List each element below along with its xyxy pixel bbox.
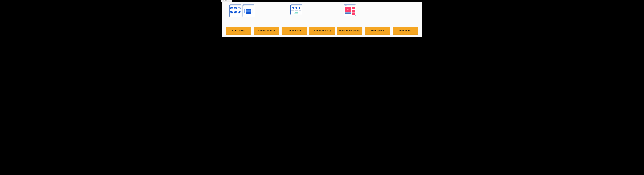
wireframe-videos[interactable]: VIDEOS: [344, 4, 356, 16]
user-avatar-icon: [238, 10, 240, 13]
video-thumb-icon: [352, 12, 355, 15]
cta-pill-icon: [294, 12, 298, 14]
feature-dot-icon: [292, 7, 294, 9]
cloud-icon: [248, 10, 250, 12]
step-row: Guest Invited Allergies identified Food …: [226, 27, 418, 35]
feature-dot-icon: [298, 7, 300, 9]
chevron-left-icon: ‹: [244, 11, 244, 12]
user-avatar-icon: [230, 7, 233, 10]
step-guest-invited[interactable]: Guest Invited: [226, 27, 252, 35]
video-thumb-icon: [352, 10, 355, 12]
wireframe-features-title: FEATURES: [294, 5, 299, 6]
video-thumb-icon: [352, 7, 355, 9]
step-decorations-set-up[interactable]: Decorations Set up: [309, 27, 334, 35]
step-food-ordered[interactable]: Food ordered: [282, 27, 307, 35]
step-party-started[interactable]: Party started: [365, 27, 390, 35]
user-avatar-icon: [238, 7, 240, 10]
progress-track-icon: [345, 12, 351, 14]
chevron-right-icon: ›: [253, 11, 253, 12]
wireframe-features[interactable]: FEATURES: [290, 4, 302, 15]
canvas: USERS CA: [222, 2, 422, 37]
user-avatar-icon: [234, 10, 237, 13]
wireframe-cards-title: CARDS: [247, 5, 250, 6]
wireframe-users[interactable]: USERS: [230, 4, 241, 17]
step-music-playlist-created[interactable]: Music playlist created: [337, 27, 362, 35]
step-allergies-identified[interactable]: Allergies identified: [254, 27, 279, 35]
video-player-icon: [345, 7, 351, 12]
wireframe-cards[interactable]: CARDS ‹ ›: [242, 4, 254, 17]
user-avatar-icon: [234, 7, 237, 10]
feature-dot-icon: [296, 7, 297, 9]
wireframe-users-title: USERS: [234, 5, 237, 6]
wireframe-row: USERS CA: [222, 4, 422, 19]
step-party-ended[interactable]: Party ended: [392, 27, 418, 35]
tab-add-wireframes[interactable]: 3. Add Wireframes: [221, 0, 232, 2]
user-avatar-icon: [230, 10, 233, 13]
wireframe-videos-title: VIDEOS: [348, 5, 352, 6]
